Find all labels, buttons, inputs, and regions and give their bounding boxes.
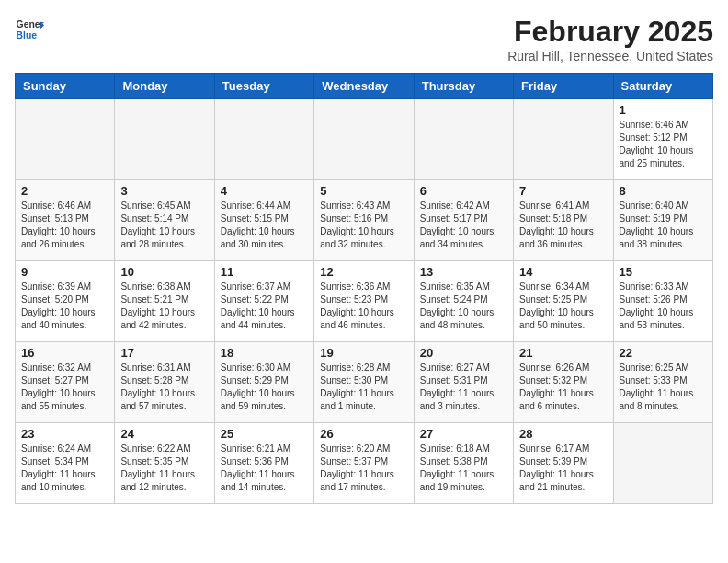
day-info: Sunrise: 6:32 AM Sunset: 5:27 PM Dayligh… — [21, 362, 108, 413]
calendar-cell: 19Sunrise: 6:28 AM Sunset: 5:30 PM Dayli… — [314, 342, 414, 423]
title-block: February 2025 Rural Hill, Tennessee, Uni… — [507, 15, 713, 63]
calendar-cell: 23Sunrise: 6:24 AM Sunset: 5:34 PM Dayli… — [16, 423, 115, 504]
logo: General Blue — [15, 15, 44, 44]
day-number: 7 — [519, 184, 607, 198]
weekday-header: Monday — [115, 74, 214, 99]
month-title: February 2025 — [507, 15, 713, 49]
day-number: 24 — [120, 427, 208, 441]
day-info: Sunrise: 6:46 AM Sunset: 5:13 PM Dayligh… — [21, 200, 108, 251]
day-number: 3 — [120, 184, 208, 198]
day-info: Sunrise: 6:46 AM Sunset: 5:12 PM Dayligh… — [620, 119, 707, 170]
day-number: 20 — [420, 346, 507, 360]
day-number: 18 — [221, 346, 308, 360]
calendar-cell: 4Sunrise: 6:44 AM Sunset: 5:15 PM Daylig… — [214, 180, 313, 261]
calendar-cell: 5Sunrise: 6:43 AM Sunset: 5:16 PM Daylig… — [314, 180, 414, 261]
day-info: Sunrise: 6:31 AM Sunset: 5:28 PM Dayligh… — [120, 362, 208, 413]
day-number: 22 — [620, 346, 707, 360]
calendar-cell: 9Sunrise: 6:39 AM Sunset: 5:20 PM Daylig… — [16, 261, 115, 342]
calendar-cell: 18Sunrise: 6:30 AM Sunset: 5:29 PM Dayli… — [214, 342, 313, 423]
day-info: Sunrise: 6:27 AM Sunset: 5:31 PM Dayligh… — [420, 362, 507, 413]
day-number: 8 — [620, 184, 707, 198]
day-info: Sunrise: 6:39 AM Sunset: 5:20 PM Dayligh… — [21, 281, 108, 332]
day-info: Sunrise: 6:20 AM Sunset: 5:37 PM Dayligh… — [320, 442, 407, 494]
day-number: 4 — [221, 184, 308, 198]
day-info: Sunrise: 6:25 AM Sunset: 5:33 PM Dayligh… — [620, 362, 707, 413]
calendar-cell: 6Sunrise: 6:42 AM Sunset: 5:17 PM Daylig… — [414, 180, 513, 261]
day-number: 26 — [320, 427, 407, 441]
svg-text:Blue: Blue — [17, 30, 38, 40]
calendar-cell — [613, 423, 712, 504]
calendar-week-row: 2Sunrise: 6:46 AM Sunset: 5:13 PM Daylig… — [16, 180, 713, 261]
calendar-cell: 14Sunrise: 6:34 AM Sunset: 5:25 PM Dayli… — [514, 261, 613, 342]
day-number: 5 — [320, 184, 407, 198]
calendar-cell: 8Sunrise: 6:40 AM Sunset: 5:19 PM Daylig… — [613, 180, 712, 261]
location: Rural Hill, Tennessee, United States — [507, 49, 713, 63]
calendar-cell — [115, 99, 214, 180]
weekday-header: Wednesday — [314, 74, 414, 99]
day-number: 19 — [320, 346, 407, 360]
calendar-week-row: 23Sunrise: 6:24 AM Sunset: 5:34 PM Dayli… — [16, 423, 713, 504]
day-info: Sunrise: 6:45 AM Sunset: 5:14 PM Dayligh… — [120, 200, 208, 251]
day-info: Sunrise: 6:24 AM Sunset: 5:34 PM Dayligh… — [21, 442, 108, 494]
calendar-cell: 12Sunrise: 6:36 AM Sunset: 5:23 PM Dayli… — [314, 261, 414, 342]
calendar-cell: 16Sunrise: 6:32 AM Sunset: 5:27 PM Dayli… — [16, 342, 115, 423]
day-info: Sunrise: 6:26 AM Sunset: 5:32 PM Dayligh… — [519, 362, 607, 413]
day-number: 12 — [320, 265, 407, 279]
calendar-week-row: 1Sunrise: 6:46 AM Sunset: 5:12 PM Daylig… — [16, 99, 713, 180]
calendar-cell — [414, 99, 513, 180]
logo-icon: General Blue — [15, 15, 44, 44]
calendar-cell: 10Sunrise: 6:38 AM Sunset: 5:21 PM Dayli… — [115, 261, 214, 342]
calendar-cell: 17Sunrise: 6:31 AM Sunset: 5:28 PM Dayli… — [115, 342, 214, 423]
calendar-cell: 3Sunrise: 6:45 AM Sunset: 5:14 PM Daylig… — [115, 180, 214, 261]
calendar-cell: 22Sunrise: 6:25 AM Sunset: 5:33 PM Dayli… — [613, 342, 712, 423]
calendar-cell: 27Sunrise: 6:18 AM Sunset: 5:38 PM Dayli… — [414, 423, 513, 504]
weekday-header: Friday — [514, 74, 613, 99]
day-number: 23 — [21, 427, 108, 441]
day-number: 16 — [21, 346, 108, 360]
day-info: Sunrise: 6:37 AM Sunset: 5:22 PM Dayligh… — [221, 281, 308, 332]
weekday-header: Saturday — [613, 74, 712, 99]
weekday-header: Tuesday — [214, 74, 313, 99]
calendar-cell: 1Sunrise: 6:46 AM Sunset: 5:12 PM Daylig… — [613, 99, 712, 180]
weekday-header-row: SundayMondayTuesdayWednesdayThursdayFrid… — [16, 74, 713, 99]
day-info: Sunrise: 6:42 AM Sunset: 5:17 PM Dayligh… — [420, 200, 507, 251]
day-number: 13 — [420, 265, 507, 279]
day-info: Sunrise: 6:22 AM Sunset: 5:35 PM Dayligh… — [120, 442, 208, 494]
day-number: 27 — [420, 427, 507, 441]
calendar-cell: 11Sunrise: 6:37 AM Sunset: 5:22 PM Dayli… — [214, 261, 313, 342]
weekday-header: Sunday — [16, 74, 115, 99]
calendar-cell — [16, 99, 115, 180]
weekday-header: Thursday — [414, 74, 513, 99]
day-info: Sunrise: 6:35 AM Sunset: 5:24 PM Dayligh… — [420, 281, 507, 332]
day-info: Sunrise: 6:41 AM Sunset: 5:18 PM Dayligh… — [519, 200, 607, 251]
day-info: Sunrise: 6:17 AM Sunset: 5:39 PM Dayligh… — [519, 442, 607, 494]
day-number: 1 — [620, 103, 707, 117]
day-info: Sunrise: 6:21 AM Sunset: 5:36 PM Dayligh… — [221, 442, 308, 494]
calendar-cell: 25Sunrise: 6:21 AM Sunset: 5:36 PM Dayli… — [214, 423, 313, 504]
day-number: 10 — [120, 265, 208, 279]
page-header: General Blue February 2025 Rural Hill, T… — [15, 15, 713, 63]
day-info: Sunrise: 6:38 AM Sunset: 5:21 PM Dayligh… — [120, 281, 208, 332]
calendar-cell: 24Sunrise: 6:22 AM Sunset: 5:35 PM Dayli… — [115, 423, 214, 504]
day-info: Sunrise: 6:44 AM Sunset: 5:15 PM Dayligh… — [221, 200, 308, 251]
day-number: 21 — [519, 346, 607, 360]
calendar-week-row: 16Sunrise: 6:32 AM Sunset: 5:27 PM Dayli… — [16, 342, 713, 423]
day-info: Sunrise: 6:40 AM Sunset: 5:19 PM Dayligh… — [620, 200, 707, 251]
day-info: Sunrise: 6:34 AM Sunset: 5:25 PM Dayligh… — [519, 281, 607, 332]
day-info: Sunrise: 6:36 AM Sunset: 5:23 PM Dayligh… — [320, 281, 407, 332]
day-number: 9 — [21, 265, 108, 279]
calendar-cell — [214, 99, 313, 180]
day-info: Sunrise: 6:33 AM Sunset: 5:26 PM Dayligh… — [620, 281, 707, 332]
calendar: SundayMondayTuesdayWednesdayThursdayFrid… — [15, 73, 713, 504]
day-number: 17 — [120, 346, 208, 360]
calendar-cell — [514, 99, 613, 180]
calendar-week-row: 9Sunrise: 6:39 AM Sunset: 5:20 PM Daylig… — [16, 261, 713, 342]
day-info: Sunrise: 6:28 AM Sunset: 5:30 PM Dayligh… — [320, 362, 407, 413]
day-number: 11 — [221, 265, 308, 279]
day-number: 6 — [420, 184, 507, 198]
calendar-cell: 13Sunrise: 6:35 AM Sunset: 5:24 PM Dayli… — [414, 261, 513, 342]
day-info: Sunrise: 6:43 AM Sunset: 5:16 PM Dayligh… — [320, 200, 407, 251]
day-number: 2 — [21, 184, 108, 198]
calendar-cell — [314, 99, 414, 180]
calendar-cell: 26Sunrise: 6:20 AM Sunset: 5:37 PM Dayli… — [314, 423, 414, 504]
